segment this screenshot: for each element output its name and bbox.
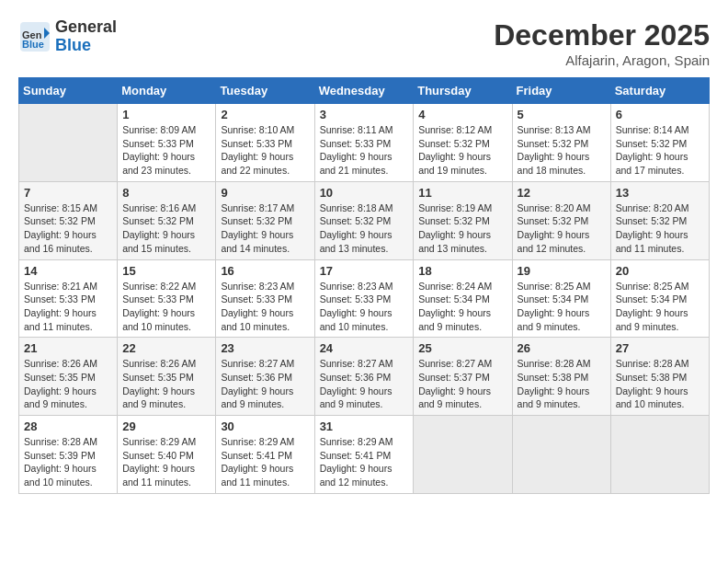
week-row-1: 1 Sunrise: 8:09 AM Sunset: 5:33 PM Dayli… <box>19 104 710 182</box>
week-row-4: 21 Sunrise: 8:26 AM Sunset: 5:35 PM Dayl… <box>19 338 710 416</box>
day-number: 3 <box>320 108 409 121</box>
day-number: 16 <box>221 264 309 278</box>
calendar-cell: 13 Sunrise: 8:20 AM Sunset: 5:32 PM Dayl… <box>610 181 709 259</box>
day-number: 23 <box>221 341 309 355</box>
day-info: Sunrise: 8:16 AM Sunset: 5:32 PM Dayligh… <box>122 201 210 256</box>
day-info: Sunrise: 8:29 AM Sunset: 5:41 PM Dayligh… <box>221 435 309 489</box>
weekday-header-thursday: Thursday <box>414 78 512 104</box>
day-number: 6 <box>616 108 704 121</box>
day-info: Sunrise: 8:21 AM Sunset: 5:33 PM Dayligh… <box>24 280 112 334</box>
calendar-cell <box>512 416 610 494</box>
weekday-header-friday: Friday <box>512 78 610 104</box>
calendar-cell: 24 Sunrise: 8:27 AM Sunset: 5:36 PM Dayl… <box>314 338 414 416</box>
calendar-cell: 28 Sunrise: 8:28 AM Sunset: 5:39 PM Dayl… <box>19 416 118 494</box>
day-info: Sunrise: 8:17 AM Sunset: 5:32 PM Dayligh… <box>221 201 309 256</box>
day-info: Sunrise: 8:23 AM Sunset: 5:33 PM Dayligh… <box>221 280 309 334</box>
day-info: Sunrise: 8:28 AM Sunset: 5:38 PM Dayligh… <box>518 357 606 411</box>
day-number: 21 <box>24 341 112 355</box>
calendar-cell: 4 Sunrise: 8:12 AM Sunset: 5:32 PM Dayli… <box>414 104 512 182</box>
day-number: 2 <box>221 108 309 121</box>
day-number: 7 <box>24 186 112 200</box>
day-info: Sunrise: 8:28 AM Sunset: 5:38 PM Dayligh… <box>616 357 704 411</box>
weekday-header-sunday: Sunday <box>19 78 118 104</box>
month-title: December 2025 <box>494 18 710 52</box>
calendar-cell <box>414 416 512 494</box>
calendar-cell: 18 Sunrise: 8:24 AM Sunset: 5:34 PM Dayl… <box>414 259 512 338</box>
day-number: 5 <box>518 108 606 121</box>
calendar-cell: 26 Sunrise: 8:28 AM Sunset: 5:38 PM Dayl… <box>512 338 610 416</box>
day-number: 18 <box>418 264 506 278</box>
calendar-cell: 17 Sunrise: 8:23 AM Sunset: 5:33 PM Dayl… <box>314 259 414 338</box>
day-number: 30 <box>221 419 309 433</box>
day-info: Sunrise: 8:12 AM Sunset: 5:32 PM Dayligh… <box>418 123 506 178</box>
calendar-cell: 8 Sunrise: 8:16 AM Sunset: 5:32 PM Dayli… <box>118 181 216 259</box>
calendar-cell: 30 Sunrise: 8:29 AM Sunset: 5:41 PM Dayl… <box>216 416 314 494</box>
day-info: Sunrise: 8:09 AM Sunset: 5:33 PM Dayligh… <box>122 123 210 178</box>
day-number: 28 <box>24 419 112 433</box>
calendar-cell: 14 Sunrise: 8:21 AM Sunset: 5:33 PM Dayl… <box>19 259 118 338</box>
calendar-cell: 5 Sunrise: 8:13 AM Sunset: 5:32 PM Dayli… <box>512 104 610 182</box>
calendar-cell: 7 Sunrise: 8:15 AM Sunset: 5:32 PM Dayli… <box>19 181 118 259</box>
weekday-header-monday: Monday <box>118 78 216 104</box>
calendar-cell: 6 Sunrise: 8:14 AM Sunset: 5:32 PM Dayli… <box>610 104 709 182</box>
calendar-cell: 1 Sunrise: 8:09 AM Sunset: 5:33 PM Dayli… <box>118 104 216 182</box>
day-number: 8 <box>122 186 210 200</box>
week-row-2: 7 Sunrise: 8:15 AM Sunset: 5:32 PM Dayli… <box>19 181 710 259</box>
calendar-cell: 9 Sunrise: 8:17 AM Sunset: 5:32 PM Dayli… <box>216 181 314 259</box>
day-info: Sunrise: 8:28 AM Sunset: 5:39 PM Dayligh… <box>24 435 112 489</box>
day-info: Sunrise: 8:23 AM Sunset: 5:33 PM Dayligh… <box>320 280 409 334</box>
calendar-cell: 15 Sunrise: 8:22 AM Sunset: 5:33 PM Dayl… <box>118 259 216 338</box>
weekday-header-wednesday: Wednesday <box>314 78 414 104</box>
day-info: Sunrise: 8:27 AM Sunset: 5:37 PM Dayligh… <box>418 357 506 411</box>
day-number: 26 <box>518 341 606 355</box>
day-number: 31 <box>320 419 409 433</box>
day-info: Sunrise: 8:26 AM Sunset: 5:35 PM Dayligh… <box>122 357 210 411</box>
calendar-cell: 11 Sunrise: 8:19 AM Sunset: 5:32 PM Dayl… <box>414 181 512 259</box>
day-info: Sunrise: 8:18 AM Sunset: 5:32 PM Dayligh… <box>320 201 409 256</box>
calendar-cell: 21 Sunrise: 8:26 AM Sunset: 5:35 PM Dayl… <box>19 338 118 416</box>
week-row-5: 28 Sunrise: 8:28 AM Sunset: 5:39 PM Dayl… <box>19 416 710 494</box>
day-number: 11 <box>418 186 506 200</box>
day-info: Sunrise: 8:24 AM Sunset: 5:34 PM Dayligh… <box>418 280 506 334</box>
calendar-cell: 16 Sunrise: 8:23 AM Sunset: 5:33 PM Dayl… <box>216 259 314 338</box>
day-info: Sunrise: 8:29 AM Sunset: 5:40 PM Dayligh… <box>122 435 210 489</box>
day-number: 20 <box>616 264 704 278</box>
calendar-cell: 25 Sunrise: 8:27 AM Sunset: 5:37 PM Dayl… <box>414 338 512 416</box>
day-info: Sunrise: 8:22 AM Sunset: 5:33 PM Dayligh… <box>122 280 210 334</box>
calendar-cell: 10 Sunrise: 8:18 AM Sunset: 5:32 PM Dayl… <box>314 181 414 259</box>
day-number: 13 <box>616 186 704 200</box>
day-number: 17 <box>320 264 409 278</box>
day-number: 25 <box>418 341 506 355</box>
title-block: December 2025 Alfajarin, Aragon, Spain <box>494 18 710 68</box>
day-info: Sunrise: 8:26 AM Sunset: 5:35 PM Dayligh… <box>24 357 112 411</box>
week-row-3: 14 Sunrise: 8:21 AM Sunset: 5:33 PM Dayl… <box>19 259 710 338</box>
calendar-cell: 3 Sunrise: 8:11 AM Sunset: 5:33 PM Dayli… <box>314 104 414 182</box>
day-number: 22 <box>122 341 210 355</box>
weekday-header-tuesday: Tuesday <box>216 78 314 104</box>
day-info: Sunrise: 8:29 AM Sunset: 5:41 PM Dayligh… <box>320 435 409 489</box>
day-number: 10 <box>320 186 409 200</box>
calendar-cell: 22 Sunrise: 8:26 AM Sunset: 5:35 PM Dayl… <box>118 338 216 416</box>
calendar-cell: 27 Sunrise: 8:28 AM Sunset: 5:38 PM Dayl… <box>610 338 709 416</box>
day-info: Sunrise: 8:14 AM Sunset: 5:32 PM Dayligh… <box>616 123 704 178</box>
day-number: 9 <box>221 186 309 200</box>
logo-general-text: General <box>55 18 117 37</box>
day-info: Sunrise: 8:20 AM Sunset: 5:32 PM Dayligh… <box>616 201 704 256</box>
calendar-table: SundayMondayTuesdayWednesdayThursdayFrid… <box>18 77 710 494</box>
day-info: Sunrise: 8:25 AM Sunset: 5:34 PM Dayligh… <box>616 280 704 334</box>
day-info: Sunrise: 8:27 AM Sunset: 5:36 PM Dayligh… <box>320 357 409 411</box>
day-info: Sunrise: 8:10 AM Sunset: 5:33 PM Dayligh… <box>221 123 309 178</box>
page-header: Gen Blue General Blue December 2025 Alfa… <box>18 18 710 68</box>
weekday-header-saturday: Saturday <box>610 78 709 104</box>
logo-blue-text: Blue <box>55 37 117 55</box>
day-number: 4 <box>418 108 506 121</box>
day-info: Sunrise: 8:20 AM Sunset: 5:32 PM Dayligh… <box>518 201 606 256</box>
calendar-cell: 12 Sunrise: 8:20 AM Sunset: 5:32 PM Dayl… <box>512 181 610 259</box>
calendar-cell: 2 Sunrise: 8:10 AM Sunset: 5:33 PM Dayli… <box>216 104 314 182</box>
day-number: 15 <box>122 264 210 278</box>
weekday-header-row: SundayMondayTuesdayWednesdayThursdayFrid… <box>19 78 710 104</box>
calendar-cell: 31 Sunrise: 8:29 AM Sunset: 5:41 PM Dayl… <box>314 416 414 494</box>
svg-text:Blue: Blue <box>22 39 44 50</box>
calendar-cell: 20 Sunrise: 8:25 AM Sunset: 5:34 PM Dayl… <box>610 259 709 338</box>
calendar-cell: 29 Sunrise: 8:29 AM Sunset: 5:40 PM Dayl… <box>118 416 216 494</box>
